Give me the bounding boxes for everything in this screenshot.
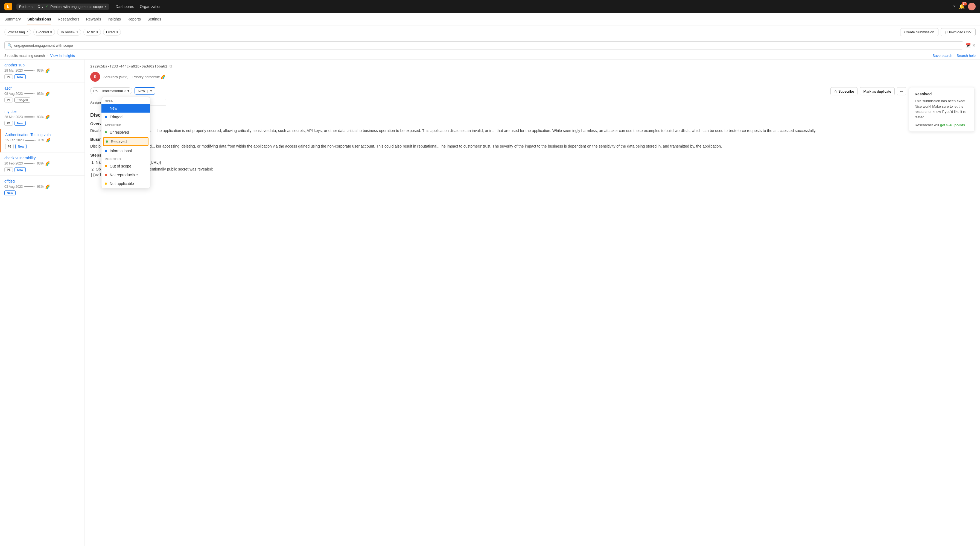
severity-selector[interactable]: P5 —Informational ✕ ▾ bbox=[90, 87, 132, 94]
tab-researchers[interactable]: Researchers bbox=[58, 13, 79, 25]
dropdown-item-informational[interactable]: Informational bbox=[102, 146, 150, 155]
dropdown-item-new[interactable]: New bbox=[102, 104, 150, 113]
dropdown-item-out-of-scope[interactable]: Out of scope bbox=[102, 162, 150, 170]
sidebar-item-meta: 15 Feb 2023 93% 🌈 bbox=[5, 138, 80, 142]
tab-settings[interactable]: Settings bbox=[147, 13, 161, 25]
nav-organization[interactable]: Organization bbox=[140, 4, 161, 9]
tab-rewards[interactable]: Rewards bbox=[86, 13, 101, 25]
filter-to-review[interactable]: To review 1 bbox=[57, 29, 81, 35]
tab-insights[interactable]: Insights bbox=[108, 13, 121, 25]
status-tag: New bbox=[5, 190, 16, 195]
clear-search-button[interactable]: ✕ bbox=[972, 43, 975, 48]
tab-reports[interactable]: Reports bbox=[127, 13, 141, 25]
filter-processing-label: Processing bbox=[7, 30, 25, 34]
org-name: Redama LLC bbox=[19, 5, 40, 9]
filter-to-fix[interactable]: To fix 0 bbox=[83, 29, 101, 35]
scope-name: Pentest with engagements scope bbox=[50, 5, 103, 9]
sidebar-item-asdf[interactable]: asdf 08 Aug 2023 93% 🌈 P1 Triaged bbox=[0, 83, 84, 106]
sidebar: another sub 28 Mar 2023 93% 🌈 P1 New asd… bbox=[0, 60, 85, 546]
tab-summary[interactable]: Summary bbox=[5, 13, 21, 25]
logo[interactable]: b bbox=[5, 3, 12, 10]
flag-icon: 🌈 bbox=[45, 115, 50, 119]
search-input[interactable] bbox=[14, 43, 960, 48]
status-tag: Triaged bbox=[14, 98, 30, 103]
filter-to-review-count: 1 bbox=[76, 30, 78, 34]
action-buttons: ☆ Subscribe Mark as duplicate ··· bbox=[830, 87, 906, 95]
status-tag: New bbox=[14, 121, 26, 126]
controls-row: P5 —Informational ✕ ▾ New | ▾ OPEN New bbox=[85, 85, 980, 97]
view-insights-link[interactable]: View in Insights bbox=[50, 54, 75, 58]
filter-fixed[interactable]: Fixed 0 bbox=[103, 29, 121, 35]
separator: / bbox=[42, 5, 43, 9]
sidebar-item-tags: P1 New bbox=[5, 74, 80, 79]
resolved-tooltip: Resolved This submission has been fixed!… bbox=[909, 87, 975, 132]
mark-duplicate-button[interactable]: Mark as duplicate bbox=[860, 87, 895, 95]
sidebar-item-meta: 20 Feb 2023 93% 🌈 bbox=[5, 161, 80, 166]
notification-icon[interactable]: 🔔17 bbox=[959, 3, 965, 10]
filter-processing-count: 7 bbox=[26, 30, 28, 34]
sidebar-item-tags: P1 New bbox=[5, 121, 80, 126]
dropdown-item-not-reproducible[interactable]: Not reproducible bbox=[102, 170, 150, 179]
status-value: New bbox=[138, 89, 145, 93]
dropdown-item-unresolved[interactable]: Unresolved bbox=[102, 128, 150, 136]
steps-list: Navigate to the following URL: {{URL}} O… bbox=[90, 159, 975, 173]
sidebar-item-meta: 03 Aug 2023 93% 🌈 bbox=[5, 184, 80, 189]
sidebar-item-check-vuln[interactable]: check vulnerability 20 Feb 2023 93% 🌈 P5… bbox=[0, 152, 84, 176]
status-dropdown-menu: OPEN New Triaged ACCEPTED Unresolved Res… bbox=[101, 97, 150, 188]
org-selector[interactable]: Redama LLC / ✔ Pentest with engagements … bbox=[16, 3, 109, 10]
priority-tag: P1 bbox=[5, 74, 13, 79]
content-area: 2a29c5ba-f233-444c-a92b-0a3d02f6ba62 ⧉ R… bbox=[85, 60, 980, 546]
dropdown-item-label: Unresolved bbox=[110, 130, 129, 135]
user-avatar[interactable] bbox=[968, 3, 975, 10]
results-bar-right: Save search Search help bbox=[932, 54, 975, 58]
star-icon: ☆ bbox=[834, 89, 837, 94]
clear-severity-button[interactable]: ✕ bbox=[124, 89, 126, 93]
results-separator: · bbox=[47, 54, 48, 58]
dot-icon bbox=[106, 140, 108, 143]
filter-processing[interactable]: Processing 7 bbox=[5, 29, 31, 35]
priority-label: Priority percentile bbox=[132, 75, 160, 79]
help-icon[interactable]: ? bbox=[953, 4, 955, 10]
submission-title: Disclosure of Secrets fo... bbox=[90, 112, 975, 118]
save-search-link[interactable]: Save search bbox=[932, 54, 952, 58]
more-options-button[interactable]: ··· bbox=[897, 87, 906, 95]
subscribe-button[interactable]: ☆ Subscribe bbox=[830, 87, 858, 95]
submission-hash: 2a29c5ba-f233-444c-a92b-0a3d02f6ba62 bbox=[90, 64, 167, 68]
tab-submissions[interactable]: Submissions bbox=[27, 13, 51, 25]
dropdown-item-resolved[interactable]: Resolved bbox=[103, 137, 148, 146]
filterbar-right: Create Submission ↓ Download CSV bbox=[900, 28, 975, 36]
severity-value: P5 bbox=[93, 89, 98, 93]
filter-to-review-label: To review bbox=[60, 30, 75, 34]
section-steps-title: Steps to Reproduce bbox=[90, 153, 975, 157]
flag-icon: 🌈 bbox=[45, 68, 50, 73]
copy-icon[interactable]: ⧉ bbox=[170, 64, 172, 68]
tooltip-points: Researcher will get 5-40 points . bbox=[915, 123, 969, 127]
sidebar-item-tags: P1 Triaged bbox=[5, 98, 80, 103]
dropdown-item-label: Not applicable bbox=[110, 181, 134, 186]
create-submission-button[interactable]: Create Submission bbox=[900, 28, 939, 36]
search-help-link[interactable]: Search help bbox=[957, 54, 975, 58]
dropdown-item-not-applicable[interactable]: Not applicable bbox=[102, 179, 150, 188]
sidebar-item-another-sub[interactable]: another sub 28 Mar 2023 93% 🌈 P1 New bbox=[0, 60, 84, 83]
sidebar-item-dffdsg[interactable]: dffdsg 03 Aug 2023 93% 🌈 New bbox=[0, 176, 84, 199]
download-csv-button[interactable]: ↓ Download CSV bbox=[940, 28, 975, 36]
sidebar-item-auth-testing[interactable]: Authentication Testing vuln 15 Feb 2023 … bbox=[0, 129, 84, 152]
status-selector[interactable]: New | ▾ bbox=[135, 87, 155, 95]
navbar: b Redama LLC / ✔ Pentest with engagement… bbox=[0, 0, 980, 13]
chevron-down-icon: ▾ bbox=[105, 5, 107, 8]
dropdown-section-rejected: REJECTED bbox=[102, 155, 150, 162]
sidebar-item-meta: 28 Mar 2023 93% 🌈 bbox=[5, 115, 80, 119]
priority-tag: P5 bbox=[5, 167, 13, 172]
sidebar-item-my-title[interactable]: my title 28 Mar 2023 93% 🌈 P1 New bbox=[0, 106, 84, 129]
dropdown-item-label: Informational bbox=[110, 149, 132, 153]
flag-icon: 🌈 bbox=[45, 184, 50, 189]
filter-blocked[interactable]: Blocked 0 bbox=[33, 29, 55, 35]
calendar-icon[interactable]: 📅 bbox=[966, 43, 971, 48]
results-bar: 8 results matching search · View in Insi… bbox=[0, 52, 980, 60]
status-tag: New bbox=[14, 74, 26, 79]
nav-dashboard[interactable]: Dashboard bbox=[116, 4, 135, 9]
chevron-down-icon: ▾ bbox=[150, 89, 152, 93]
dot-icon bbox=[105, 116, 107, 118]
priority-icon: 🌈 bbox=[161, 75, 165, 79]
dropdown-item-triaged[interactable]: Triaged bbox=[102, 113, 150, 121]
